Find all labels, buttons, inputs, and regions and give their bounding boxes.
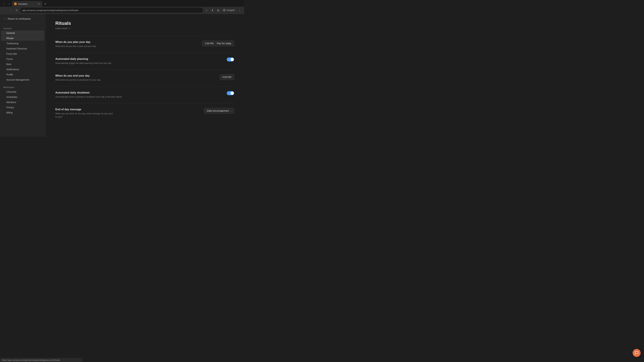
eod-message-section: End of day message When you are done for… — [55, 103, 234, 123]
download-button[interactable]: ⬇ — [210, 8, 215, 13]
new-tab-button[interactable]: + — [43, 1, 48, 6]
account-nav-items: General Rituals Timeboxing Keyboard Shor… — [0, 30, 45, 82]
auto-planning-control — [227, 57, 234, 61]
nav-actions: ☆ ⬇ ⊞ Incognito ⋮ — [204, 8, 242, 13]
eod-message-title: End of day message — [55, 108, 197, 111]
auto-planning-description: Automatically trigger the daily planning… — [55, 61, 220, 65]
plan-day-control: 1:00 PM · Plan for today — [202, 40, 234, 46]
sidebar-item-rituals[interactable]: Rituals — [1, 36, 44, 41]
end-day-time-button[interactable]: 5:00 PM — [220, 74, 234, 80]
sidebar-item-billing-label: Billing — [6, 111, 12, 114]
plan-day-description: What time do you like to plan out your d… — [55, 44, 195, 48]
end-day-control: 5:00 PM — [220, 74, 234, 80]
auto-planning-toggle[interactable] — [227, 57, 234, 61]
sidebar-item-notifications[interactable]: Notifications — [1, 67, 44, 72]
auto-planning-info: Automated daily planning Automatically t… — [55, 57, 220, 65]
toggle-thumb-planning — [230, 58, 234, 61]
end-day-time-value: 5:00 PM — [222, 76, 231, 78]
sidebar-item-members-label: Members — [6, 101, 16, 104]
back-arrow-icon: ← — [3, 17, 6, 20]
auto-shutdown-title: Automated daily shutdown — [55, 91, 220, 94]
plan-day-section: When do you plan your day What time do y… — [55, 36, 234, 53]
end-day-info: When do you end your day What time do yo… — [55, 74, 213, 82]
sidebar-item-keyboard-shortcuts-label: Keyboard Shortcuts — [6, 47, 27, 50]
tab-close-button[interactable]: ✕ — [37, 2, 40, 5]
active-tab[interactable]: Sunsama ✕ — [12, 1, 42, 7]
extensions-button[interactable]: ⊞ — [216, 8, 220, 13]
back-button[interactable]: ← — [2, 8, 7, 13]
sidebar-item-rituals-label: Rituals — [6, 37, 14, 39]
plan-day-time-value: 1:00 PM — [205, 42, 214, 45]
sidebar-item-timeboxing-label: Timeboxing — [6, 42, 18, 45]
sidebar-item-privacy-label: Privacy — [6, 106, 14, 109]
sidebar-item-channels[interactable]: Channels — [1, 89, 44, 94]
eod-message-value: Daily encouragement — [207, 109, 229, 112]
sidebar-item-profile[interactable]: Profile — [1, 72, 44, 77]
sidebar-item-schedules-label: Schedules — [6, 96, 17, 98]
end-day-title: When do you end your day — [55, 74, 213, 77]
sidebar-item-beta[interactable]: Beta — [1, 62, 44, 67]
main-content: Rituals Learn more ↗ When do you plan yo… — [45, 14, 244, 137]
sidebar-item-focus[interactable]: Focus — [1, 56, 44, 61]
return-to-workspace-link[interactable]: ← Return to workspace — [0, 14, 45, 24]
incognito-label: Incognito — [226, 9, 235, 11]
sidebar-item-members[interactable]: Members — [1, 100, 44, 105]
bookmark-button[interactable]: ☆ — [204, 8, 209, 13]
toggle-track-shutdown[interactable] — [227, 91, 234, 95]
auto-planning-title: Automated daily planning — [55, 57, 220, 60]
plan-day-time-button[interactable]: 1:00 PM · Plan for today — [202, 40, 234, 46]
toggle-track-planning[interactable] — [227, 57, 234, 61]
plan-for-today-link: Plan for today — [217, 42, 231, 45]
end-day-description: What time do you like to shutdown for yo… — [55, 78, 213, 82]
sidebar-item-account-management[interactable]: Account Management — [1, 77, 44, 82]
return-to-workspace-label: Return to workspace — [8, 17, 31, 20]
end-day-section: When do you end your day What time do yo… — [55, 69, 234, 86]
sidebar: ← Return to workspace Account General Ri… — [0, 14, 45, 137]
sidebar-item-billing[interactable]: Billing — [1, 110, 44, 115]
learn-more-label: Learn more — [55, 27, 68, 30]
auto-shutdown-control — [227, 91, 234, 95]
auto-shutdown-info: Automated daily shutdown Automatically s… — [55, 91, 220, 98]
external-link-icon: ↗ — [68, 27, 70, 30]
auto-shutdown-section: Automated daily shutdown Automatically s… — [55, 86, 234, 103]
sidebar-item-notifications-label: Notifications — [6, 68, 19, 71]
tab-forward-nav[interactable]: › — [7, 1, 12, 6]
sidebar-item-account-management-label: Account Management — [6, 78, 29, 81]
auto-planning-section: Automated daily planning Automatically t… — [55, 53, 234, 69]
browser-chrome: ‹ › Sunsama ✕ + ← → ↻ app.sunsama.com/gr… — [0, 0, 244, 14]
eod-message-dropdown[interactable]: Daily encouragement ⌄ — [204, 108, 234, 114]
sidebar-item-keyboard-shortcuts[interactable]: Keyboard Shortcuts — [1, 46, 44, 51]
auto-shutdown-description: Automatically show a prompt to shutdown … — [55, 95, 220, 98]
workspace-nav-items: Channels Schedules Members Privacy Billi… — [0, 89, 45, 115]
workspace-section-label: Workspace — [0, 85, 45, 89]
account-section-label: Account — [0, 26, 45, 30]
auto-shutdown-toggle[interactable] — [227, 91, 234, 95]
eod-message-description: When you are done for the day, what mess… — [55, 112, 197, 118]
tab-bar: ‹ › Sunsama ✕ + — [0, 0, 244, 7]
plan-day-info: When do you plan your day What time do y… — [55, 40, 195, 48]
tab-back-nav[interactable]: ‹ — [1, 1, 6, 6]
menu-button[interactable]: ⋮ — [237, 8, 242, 13]
sidebar-item-focus-bar[interactable]: Focus Bar — [1, 51, 44, 56]
forward-button[interactable]: → — [8, 8, 13, 13]
nav-bar: ← → ↻ app.sunsama.com/group/moodjoy/sett… — [0, 7, 244, 14]
address-bar[interactable]: app.sunsama.com/group/moodjoy/settings/a… — [20, 8, 203, 13]
plan-day-title: When do you plan your day — [55, 40, 195, 43]
reload-button[interactable]: ↻ — [14, 8, 19, 13]
tab-title: Sunsama — [18, 3, 36, 5]
eod-message-control: Daily encouragement ⌄ — [204, 108, 234, 114]
url-text: app.sunsama.com/group/moodjoy/settings/a… — [22, 9, 201, 11]
sidebar-item-profile-label: Profile — [6, 73, 13, 76]
sidebar-item-timeboxing[interactable]: Timeboxing — [1, 41, 44, 46]
sidebar-item-general[interactable]: General — [1, 30, 44, 35]
sidebar-item-schedules[interactable]: Schedules — [1, 94, 44, 99]
time-separator: · — [215, 42, 216, 45]
page-title: Rituals — [55, 21, 234, 26]
learn-more-link[interactable]: Learn more ↗ — [55, 27, 234, 30]
sidebar-item-focus-label: Focus — [6, 58, 13, 60]
sidebar-item-channels-label: Channels — [6, 90, 16, 93]
incognito-icon — [223, 9, 226, 11]
sidebar-item-privacy[interactable]: Privacy — [1, 105, 44, 110]
tab-favicon — [14, 2, 17, 5]
incognito-badge: Incognito — [221, 8, 236, 13]
